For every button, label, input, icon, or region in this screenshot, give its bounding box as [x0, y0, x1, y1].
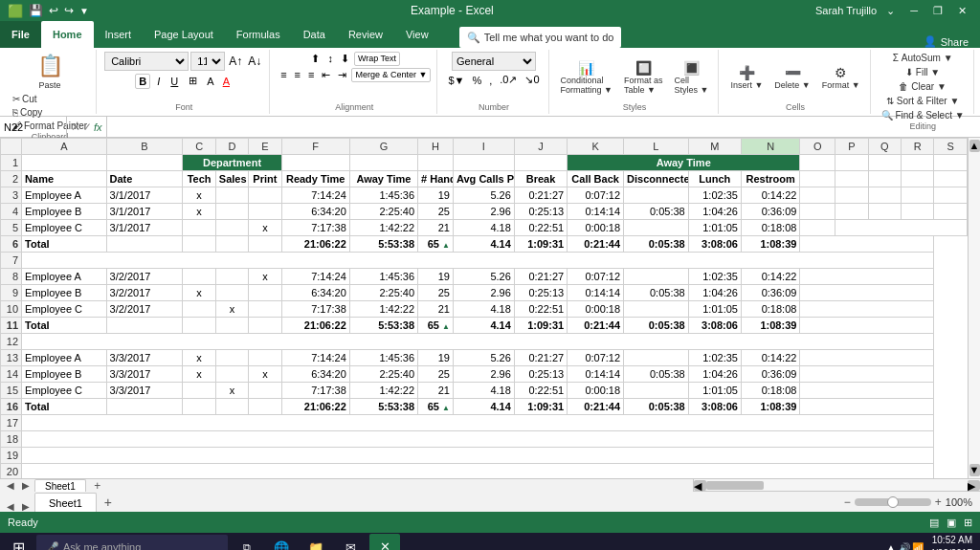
- cell-k2[interactable]: Call Back: [568, 171, 624, 187]
- cell-j2[interactable]: Break: [514, 171, 567, 187]
- cell-f16[interactable]: 21:06:22: [281, 399, 349, 415]
- cell-k6[interactable]: 0:21:44: [568, 236, 624, 253]
- scroll-down-arrow[interactable]: ▼: [969, 464, 980, 476]
- mail-button[interactable]: ✉: [335, 534, 366, 550]
- cell-m11[interactable]: 3:08:06: [688, 318, 741, 334]
- percent-button[interactable]: %: [469, 74, 484, 87]
- merge-center-button[interactable]: Merge & Center ▼: [351, 68, 431, 82]
- cell-s1[interactable]: [934, 155, 968, 171]
- task-view-button[interactable]: ⧉: [232, 534, 262, 550]
- excel-taskbar-button[interactable]: ✕: [369, 534, 400, 550]
- cell-b13[interactable]: 3/3/2017: [106, 350, 183, 366]
- cell-g16[interactable]: 5:53:38: [349, 399, 417, 415]
- col-header-b[interactable]: B: [106, 139, 183, 155]
- cell-l9[interactable]: 0:05:38: [624, 285, 689, 301]
- col-header-k[interactable]: K: [568, 139, 624, 155]
- cell-c13[interactable]: x: [183, 350, 215, 366]
- col-header-e[interactable]: E: [249, 139, 281, 155]
- cell-h11[interactable]: 65 ▲: [418, 318, 454, 334]
- vertical-scrollbar[interactable]: ▲ ▼: [968, 138, 980, 478]
- bold-button[interactable]: B: [135, 74, 150, 89]
- cell-c9[interactable]: x: [183, 285, 215, 301]
- sheet-tab-sheet1[interactable]: Sheet1: [34, 479, 86, 492]
- cell-g14[interactable]: 2:25:40: [349, 366, 417, 383]
- decrease-decimal-button[interactable]: ↘0: [522, 73, 542, 87]
- cell-d16[interactable]: [215, 399, 248, 415]
- cell-o4[interactable]: [800, 204, 835, 220]
- cell-j16[interactable]: 1:09:31: [514, 399, 567, 415]
- cell-m4[interactable]: 1:04:26: [688, 204, 741, 220]
- cell-k13[interactable]: 0:07:12: [568, 350, 624, 366]
- cell-i4[interactable]: 2.96: [453, 204, 514, 220]
- cell-l14[interactable]: 0:05:38: [624, 366, 689, 383]
- cell-q4[interactable]: [868, 204, 901, 220]
- cell-h4[interactable]: 25: [418, 204, 454, 220]
- cell-e11[interactable]: [249, 318, 281, 334]
- cell-l16[interactable]: 0:05:38: [624, 399, 689, 415]
- cell-j4[interactable]: 0:25:13: [514, 204, 567, 220]
- decrease-font-button[interactable]: A↓: [246, 54, 263, 69]
- cell-a9[interactable]: Employee B: [22, 285, 106, 301]
- paste-button[interactable]: 📋 Paste: [30, 52, 71, 92]
- zoom-in-button[interactable]: +: [935, 495, 942, 509]
- cell-extra6[interactable]: [800, 236, 934, 253]
- cell-k10[interactable]: 0:00:18: [568, 301, 624, 318]
- cell-g15[interactable]: 1:42:22: [349, 383, 417, 399]
- comma-button[interactable]: ,: [486, 74, 495, 87]
- cell-b1[interactable]: [106, 155, 183, 171]
- cell-d2[interactable]: Sales: [215, 171, 248, 187]
- cell-a14[interactable]: Employee B: [22, 366, 106, 383]
- col-header-s[interactable]: S: [934, 139, 968, 155]
- autosum-button[interactable]: Σ AutoSum ▼: [890, 52, 956, 64]
- view-layout-button[interactable]: ▣: [947, 517, 956, 529]
- cell-i13[interactable]: 5.26: [453, 350, 514, 366]
- cell-d11[interactable]: [215, 318, 248, 334]
- cut-button[interactable]: ✂ Cut: [10, 93, 90, 105]
- format-cells-button[interactable]: ⚙ Format ▼: [818, 63, 864, 92]
- cell-l13[interactable]: [624, 350, 689, 366]
- cell-c14[interactable]: x: [183, 366, 215, 383]
- cell-n4[interactable]: 0:36:09: [741, 204, 799, 220]
- confirm-formula-icon[interactable]: ✓: [82, 121, 92, 134]
- cell-i1[interactable]: [453, 155, 514, 171]
- horizontal-scrollbar[interactable]: ◀ ▶: [693, 479, 980, 491]
- cell-m3[interactable]: 1:02:35: [688, 187, 741, 204]
- quick-access-undo[interactable]: ↩: [49, 4, 58, 17]
- cell-d10[interactable]: x: [215, 301, 248, 318]
- cell-r4[interactable]: [902, 204, 934, 220]
- cell-h9[interactable]: 25: [418, 285, 454, 301]
- col-header-a[interactable]: A: [22, 139, 106, 155]
- quick-access-save[interactable]: 💾: [29, 4, 43, 17]
- format-as-table-button[interactable]: 🔲 Format asTable ▼: [620, 58, 667, 97]
- align-right-button[interactable]: ≡: [305, 68, 317, 82]
- cell-k11[interactable]: 0:21:44: [568, 318, 624, 334]
- ribbon-toggle[interactable]: ⌄: [880, 4, 901, 18]
- cell-l6[interactable]: 0:05:38: [624, 236, 689, 253]
- cell-i6[interactable]: 4.14: [453, 236, 514, 253]
- cell-b11[interactable]: [106, 318, 183, 334]
- cell-b4[interactable]: 3/1/2017: [106, 204, 183, 220]
- border-button[interactable]: ⊞: [185, 73, 201, 89]
- increase-decimal-button[interactable]: .0↗: [497, 73, 520, 87]
- cell-reference-box[interactable]: N22: [0, 117, 67, 137]
- formula-input[interactable]: [107, 117, 980, 137]
- cell-i10[interactable]: 4.18: [453, 301, 514, 318]
- zoom-slider[interactable]: [855, 498, 931, 506]
- cell-extra13[interactable]: [800, 350, 934, 366]
- cell-j3[interactable]: 0:21:27: [514, 187, 567, 204]
- add-sheet-button[interactable]: +: [88, 479, 107, 492]
- cell-n15[interactable]: 0:18:08: [741, 383, 799, 399]
- cell-e6[interactable]: [249, 236, 281, 253]
- align-center-button[interactable]: ≡: [292, 68, 303, 82]
- col-header-i[interactable]: I: [453, 139, 514, 155]
- close-button[interactable]: ✕: [952, 4, 972, 18]
- cell-i5[interactable]: 4.18: [453, 220, 514, 236]
- cell-r1[interactable]: [902, 155, 934, 171]
- cell-f13[interactable]: 7:14:24: [281, 350, 349, 366]
- cell-f10[interactable]: 7:17:38: [281, 301, 349, 318]
- cell-f11[interactable]: 21:06:22: [281, 318, 349, 334]
- cell-j13[interactable]: 0:21:27: [514, 350, 567, 366]
- cell-j8[interactable]: 0:21:27: [514, 269, 567, 285]
- cell-e16[interactable]: [249, 399, 281, 415]
- sheet-tab-sheet1-active[interactable]: Sheet1: [34, 493, 97, 512]
